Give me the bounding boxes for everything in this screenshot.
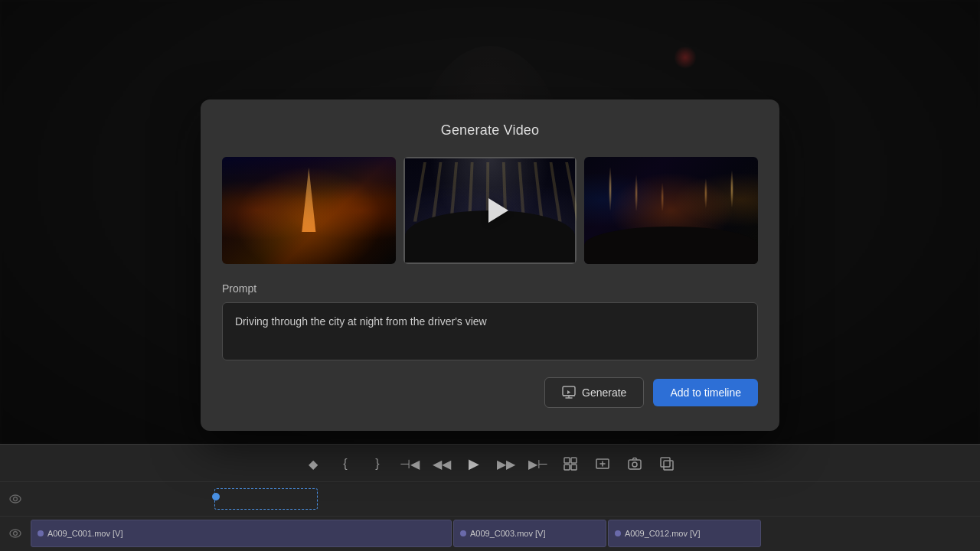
track-2-visibility-toggle[interactable]: [0, 527, 31, 540]
trim-left-button[interactable]: {: [336, 455, 354, 473]
goto-in-button[interactable]: ⊣◀: [400, 455, 419, 473]
thumbnails-row: [222, 157, 758, 264]
dashboard-silhouette-3: [584, 227, 758, 264]
track-1-visibility-toggle[interactable]: [0, 493, 31, 505]
thumb-3-image: [584, 157, 758, 264]
svg-point-13: [14, 497, 18, 501]
modal-title: Generate Video: [222, 122, 758, 139]
snapshot-button[interactable]: [626, 455, 644, 473]
overlay-icon: [659, 456, 675, 471]
clip-label-1: A009_C001.mov [V]: [47, 529, 122, 538]
mark-in-button[interactable]: ◆: [304, 455, 322, 473]
svg-point-12: [10, 495, 21, 503]
generate-button-label: Generate: [582, 386, 626, 399]
timeline-bar: ◆ { } ⊣◀ ◀◀ ▶ ▶▶ ▶⊢: [0, 444, 980, 551]
clip-icon-3: [615, 530, 621, 536]
svg-point-9: [632, 462, 637, 467]
play-button[interactable]: ▶: [465, 455, 483, 473]
overlay-button[interactable]: [658, 455, 676, 473]
camera-icon: [627, 456, 642, 471]
eye-icon-track2: [9, 527, 21, 540]
goto-out-button[interactable]: ▶⊢: [529, 455, 547, 473]
thumbnail-2[interactable]: [403, 157, 577, 264]
track-row-2: A009_C001.mov [V] A009_C003.mov [V] A009…: [0, 516, 980, 550]
tracks-area: A009_C001.mov [V] A009_C003.mov [V] A009…: [0, 481, 980, 550]
track-row-1: [0, 481, 980, 516]
thumbnail-3[interactable]: [584, 157, 758, 264]
svg-rect-2: [571, 458, 577, 463]
clip-icon-2: [460, 530, 466, 536]
clip-label-2: A009_C003.mov [V]: [470, 529, 545, 538]
svg-point-15: [14, 532, 18, 536]
clip-a009-c001[interactable]: A009_C001.mov [V]: [31, 520, 452, 547]
svg-rect-1: [564, 458, 570, 463]
generate-video-modal: Generate Video Prompt: [201, 99, 779, 431]
insert-button[interactable]: [593, 455, 612, 473]
multicam-icon: [563, 456, 578, 471]
rewind-button[interactable]: ◀◀: [433, 455, 451, 473]
fast-forward-button[interactable]: ▶▶: [497, 455, 515, 473]
transport-controls: ◆ { } ⊣◀ ◀◀ ▶ ▶▶ ▶⊢: [0, 445, 980, 481]
prompt-input-wrapper[interactable]: [222, 302, 758, 360]
clip-icon-1: [38, 530, 44, 536]
prompt-label: Prompt: [222, 282, 758, 295]
svg-rect-4: [571, 465, 577, 470]
clip-label-3: A009_C012.mov [V]: [625, 529, 700, 538]
trim-right-button[interactable]: }: [368, 455, 387, 473]
generate-icon: [562, 386, 576, 399]
street-lights: [584, 168, 758, 210]
play-cursor-icon: [488, 198, 508, 223]
svg-rect-3: [564, 465, 570, 470]
clip-selection-outline[interactable]: [214, 488, 318, 510]
clip-a009-c003[interactable]: A009_C003.mov [V]: [453, 520, 606, 547]
eye-icon-track1: [9, 493, 21, 505]
insert-icon: [595, 456, 610, 471]
svg-rect-0: [563, 386, 575, 396]
svg-point-14: [10, 530, 21, 537]
action-buttons: Generate Add to timeline: [222, 377, 758, 408]
add-to-timeline-button[interactable]: Add to timeline: [653, 379, 758, 406]
thumbnail-1[interactable]: [222, 157, 396, 264]
multicam-button[interactable]: [561, 455, 580, 473]
generate-button[interactable]: Generate: [544, 377, 644, 408]
track-1-content: [31, 482, 980, 516]
thumb-2-image: [403, 157, 577, 264]
svg-rect-10: [661, 458, 670, 467]
svg-rect-11: [664, 461, 673, 470]
clip-a009-c012[interactable]: A009_C012.mov [V]: [608, 520, 761, 547]
track-2-clips: A009_C001.mov [V] A009_C003.mov [V] A009…: [31, 520, 761, 547]
prompt-input[interactable]: [235, 314, 745, 346]
thumb-1-image: [222, 157, 396, 264]
svg-rect-8: [629, 460, 641, 469]
track-2-content: A009_C001.mov [V] A009_C003.mov [V] A009…: [31, 517, 980, 550]
